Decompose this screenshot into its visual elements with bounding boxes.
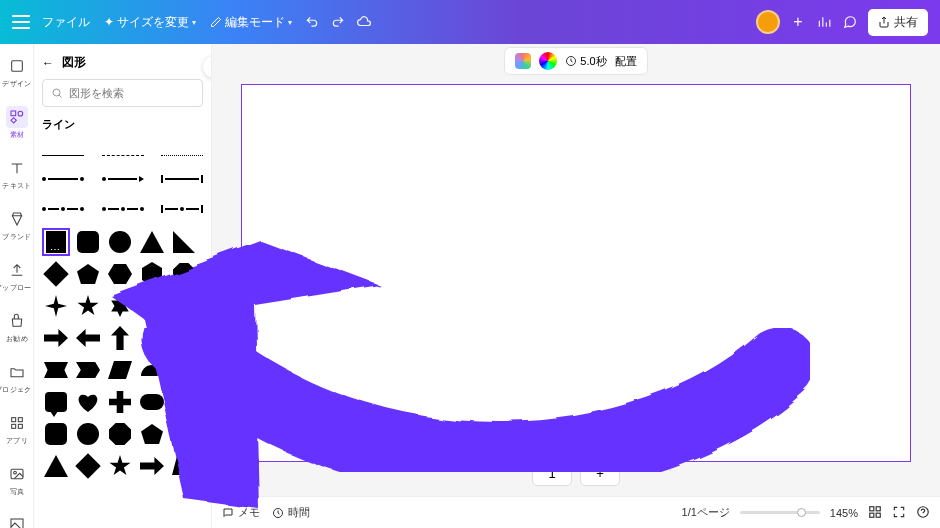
shape-triangle[interactable] (138, 228, 166, 256)
edit-mode-menu[interactable]: 編集モード▾ (208, 10, 294, 35)
panel-collapse-button[interactable]: ‹ (203, 56, 212, 78)
shape-banner[interactable] (42, 356, 70, 384)
search-input[interactable] (42, 79, 203, 107)
footer-bar: メモ 時間 1/1ページ 145% (212, 496, 940, 528)
shape-star4[interactable] (42, 292, 70, 320)
line-node[interactable] (42, 207, 84, 211)
shape-chevron[interactable] (74, 356, 102, 384)
duration-button[interactable]: 5.0秒 (565, 54, 606, 69)
shape-trapezoid[interactable] (170, 324, 198, 352)
shape-burst2[interactable] (170, 292, 198, 320)
menu-icon[interactable] (12, 15, 30, 29)
page-number-input[interactable]: 1 (532, 460, 572, 486)
shape-trap2[interactable] (170, 452, 198, 480)
position-button[interactable]: 配置 (615, 54, 637, 69)
svg-rect-9 (11, 519, 23, 528)
cloud-sync-icon[interactable] (356, 14, 372, 30)
shape-hex3[interactable] (170, 420, 198, 448)
comment-icon[interactable] (842, 14, 858, 30)
line-dotted[interactable] (161, 142, 203, 156)
help-icon[interactable] (916, 505, 930, 521)
shape-right-triangle[interactable] (170, 228, 198, 256)
shape-parallelogram[interactable] (106, 356, 134, 384)
svg-rect-4 (18, 418, 22, 422)
share-button[interactable]: 共有 (868, 9, 928, 36)
page-indicator[interactable]: 1/1ページ (682, 505, 730, 520)
shape-rounded-square[interactable] (74, 228, 102, 256)
line-bar-ends[interactable] (161, 175, 203, 183)
shape-pill[interactable] (138, 388, 166, 416)
shape-diamond[interactable] (42, 260, 70, 288)
rail-photos[interactable]: 写真 (0, 460, 33, 500)
shape-quarter[interactable] (170, 356, 198, 384)
svg-point-10 (53, 89, 60, 96)
shape-arrow-down[interactable] (138, 324, 166, 352)
svg-rect-0 (11, 61, 22, 72)
svg-rect-16 (876, 513, 880, 517)
file-menu[interactable]: ファイル (40, 10, 92, 35)
rail-text[interactable]: テキスト (0, 154, 33, 194)
zoom-label[interactable]: 145% (830, 507, 858, 519)
undo-icon[interactable] (304, 14, 320, 30)
shape-star5[interactable] (74, 292, 102, 320)
rail-background[interactable]: 背景 (0, 511, 33, 528)
color-picker-icon[interactable] (539, 52, 557, 70)
line-arrow[interactable] (102, 176, 144, 182)
rail-design[interactable]: デザイン (0, 52, 33, 92)
shape-circle[interactable] (106, 228, 134, 256)
rail-brand[interactable]: ブランド (0, 205, 33, 245)
resize-menu[interactable]: ✦ サイズを変更▾ (102, 10, 198, 35)
analytics-icon[interactable] (816, 14, 832, 30)
rail-project[interactable]: プロジェクト (0, 358, 33, 398)
shape-square2[interactable] (170, 388, 198, 416)
shape-arrow-r2[interactable] (138, 452, 166, 480)
duration-footer-button[interactable]: 時間 (272, 505, 310, 520)
shape-rsq2[interactable] (42, 420, 70, 448)
shape-hexagon[interactable] (106, 260, 134, 288)
left-rail: デザイン 素材 テキスト ブランド アップロード お勧め プロジェクト アプリ … (0, 44, 34, 528)
shape-oct2[interactable] (106, 420, 134, 448)
svg-rect-3 (11, 418, 15, 422)
rail-recommend[interactable]: お勧め (0, 307, 33, 347)
shape-star5b[interactable] (106, 452, 134, 480)
shape-semi[interactable] (138, 356, 166, 384)
shape-square[interactable] (42, 228, 70, 256)
canvas-area: 5.0秒 配置 1 + メモ 時間 1/1ページ 145% (212, 44, 940, 528)
shape-arrow-up[interactable] (106, 324, 134, 352)
shape-tri2[interactable] (42, 452, 70, 480)
add-page-button[interactable]: + (580, 460, 620, 486)
shape-circle2[interactable] (74, 420, 102, 448)
memo-button[interactable]: メモ (222, 505, 260, 520)
shape-pentagon[interactable] (74, 260, 102, 288)
line-dashed[interactable] (102, 142, 144, 156)
magic-icon[interactable] (515, 53, 531, 69)
add-member-icon[interactable]: + (790, 14, 806, 30)
shape-arrow-right[interactable] (42, 324, 70, 352)
shape-arrow-left[interactable] (74, 324, 102, 352)
canvas-page[interactable] (241, 84, 911, 462)
avatar[interactable] (756, 10, 780, 34)
shape-octagon[interactable] (170, 260, 198, 288)
line-solid[interactable] (42, 142, 84, 156)
line-node-3[interactable] (161, 205, 203, 213)
grid-view-icon[interactable] (868, 505, 882, 521)
line-node-2[interactable] (102, 207, 144, 211)
shape-burst[interactable] (138, 292, 166, 320)
line-dot-ends[interactable] (42, 177, 84, 181)
shape-plus[interactable] (106, 388, 134, 416)
section-line-title: ライン (42, 117, 203, 132)
back-icon[interactable]: ← (42, 56, 54, 70)
rail-apps[interactable]: アプリ (0, 409, 33, 449)
shape-diam2[interactable] (74, 452, 102, 480)
zoom-slider[interactable] (740, 511, 820, 514)
shape-hexagon-v[interactable] (138, 260, 166, 288)
rail-upload[interactable]: アップロード (0, 256, 33, 296)
fullscreen-icon[interactable] (892, 505, 906, 521)
shape-pent2[interactable] (138, 420, 166, 448)
rail-elements[interactable]: 素材 (0, 103, 33, 143)
redo-icon[interactable] (330, 14, 346, 30)
svg-point-8 (13, 471, 16, 474)
shape-star6[interactable] (106, 292, 134, 320)
shape-callout[interactable] (42, 388, 70, 416)
shape-heart[interactable] (74, 388, 102, 416)
